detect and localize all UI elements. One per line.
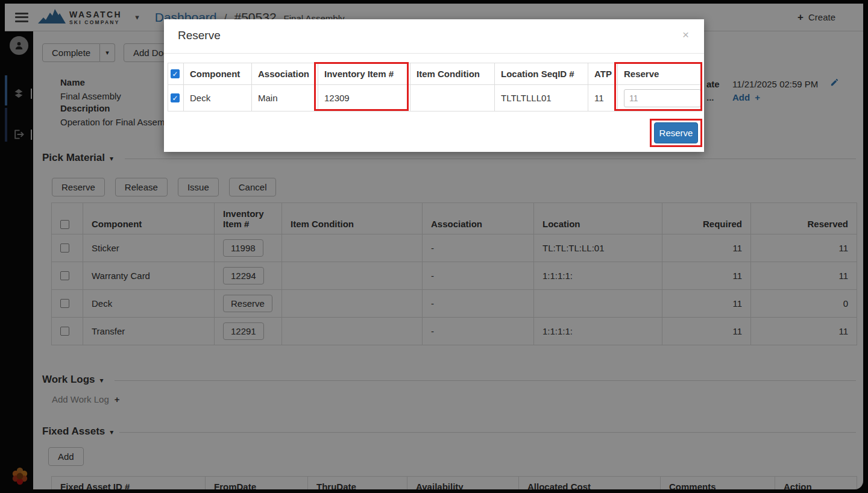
modal-select-all-checkbox[interactable]: ✓ — [171, 69, 180, 78]
modal-col-atp: ATP — [588, 63, 618, 85]
app-frame: WASATCH SKI COMPANY ▾ Dashboard / #50532… — [0, 0, 868, 493]
modal-cell-association: Main — [252, 85, 318, 111]
reserve-modal: Reserve × ✓ Component Association Invent… — [164, 19, 704, 152]
modal-divider — [164, 53, 704, 54]
modal-cell-location-seqid: TLTLTLLL01 — [495, 85, 588, 111]
modal-col-component: Component — [184, 63, 252, 85]
modal-cell-item-condition — [410, 85, 495, 111]
modal-table-row: ✓ Deck Main 12309 TLTLTLLL01 11 — [168, 85, 702, 111]
modal-col-association: Association — [252, 63, 318, 85]
modal-col-location-seqid: Location SeqID # — [495, 63, 588, 85]
modal-cell-component: Deck — [184, 85, 252, 111]
modal-reserve-button[interactable]: Reserve — [654, 122, 698, 143]
modal-cell-inventory-item: 12309 — [318, 85, 410, 111]
modal-cell-atp: 11 — [588, 85, 618, 111]
modal-col-reserve: Reserve — [618, 63, 702, 85]
reserve-quantity-input[interactable] — [624, 89, 701, 107]
check-icon: ✓ — [172, 95, 178, 102]
modal-col-inventory-item: Inventory Item # — [318, 63, 410, 85]
check-icon: ✓ — [172, 71, 178, 78]
modal-reserve-table: ✓ Component Association Inventory Item #… — [168, 63, 702, 111]
modal-col-item-condition: Item Condition — [410, 63, 495, 85]
close-icon[interactable]: × — [682, 28, 689, 42]
modal-row-checkbox[interactable]: ✓ — [171, 93, 180, 102]
modal-title: Reserve — [178, 29, 221, 42]
